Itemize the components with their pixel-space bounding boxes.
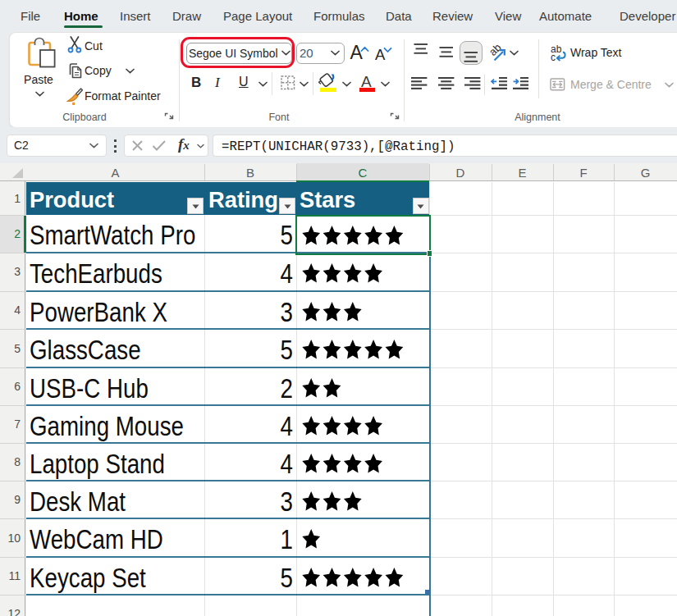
svg-text:c: c (551, 52, 556, 63)
